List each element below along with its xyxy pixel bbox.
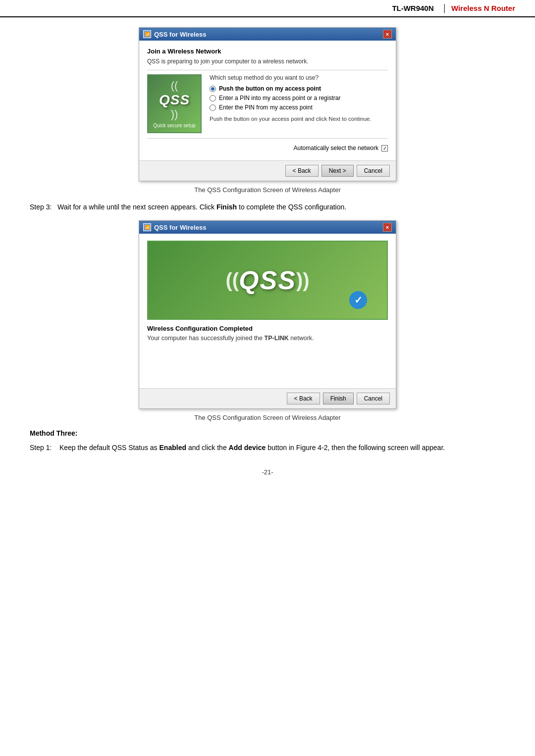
dialog2-back-button[interactable]: < Back: [287, 393, 320, 404]
caption2: The QSS Configuration Screen of Wireless…: [30, 414, 505, 421]
model-name: TL-WR940N: [392, 4, 433, 12]
qss-checkmark-icon: ✓: [349, 291, 367, 309]
spacer: [147, 342, 388, 381]
qss-large-waves-left: ((: [225, 269, 239, 292]
dialog1-subtitle: Join a Wireless Network: [147, 48, 388, 55]
dialog2-title-text: QSS for Wireless: [154, 224, 206, 231]
caption1: The QSS Configuration Screen of Wireless…: [30, 186, 505, 194]
dialog2: 📶 QSS for Wireless × (( QSS )) ✓ Wireles…: [139, 220, 396, 409]
auto-select-row: Automatically select the network: [147, 143, 388, 153]
radio-option-1[interactable]: Push the button on my access point: [210, 85, 388, 92]
completion-desc2: network.: [290, 335, 314, 342]
qss-waves-right-icon: )): [171, 108, 178, 121]
dialog1-wrapper: 📶 QSS for Wireless × Join a Wireless Net…: [30, 27, 505, 181]
radio-button-2[interactable]: [210, 95, 216, 101]
dialog1-separator: [147, 70, 388, 70]
qss-logo-text: QSS: [159, 92, 190, 108]
dialog2-cancel-button[interactable]: Cancel: [357, 393, 390, 404]
dialog1-titlebar: 📶 QSS for Wireless ×: [139, 28, 396, 41]
step3-wait-text: Wait for a while until the next screen a…: [57, 203, 214, 211]
setup-options: Which setup method do you want to use? P…: [210, 74, 388, 123]
dialog1-description: QSS is preparing to join your computer t…: [147, 58, 388, 65]
page-title: Wireless N Router: [451, 4, 515, 12]
dialog1-separator2: [147, 138, 388, 139]
radio-label-1: Push the button on my access point: [219, 85, 321, 92]
dialog2-title-icon: 📶: [143, 223, 151, 231]
page-header: TL-WR940N │ Wireless N Router: [0, 0, 535, 17]
radio-label-3: Enter the PIN from my access point: [219, 104, 313, 111]
radio-button-1[interactable]: [210, 86, 216, 92]
step1-text3: button in Figure 4-2, then the following…: [268, 444, 445, 452]
qss-large-logo-text: QSS: [239, 265, 296, 295]
setup-question: Which setup method do you want to use?: [210, 74, 388, 81]
dialog2-footer: < Back Finish Cancel: [139, 388, 396, 408]
step3-text2: to complete the QSS configuration.: [239, 203, 346, 211]
step1-enabled: Enabled: [160, 444, 186, 452]
step1-text: Step 1: Keep the default QSS Status as E…: [30, 442, 505, 453]
push-note: Push the button on your access point and…: [210, 115, 388, 123]
auto-select-checkbox[interactable]: [381, 145, 388, 151]
dialog1: 📶 QSS for Wireless × Join a Wireless Net…: [139, 27, 396, 181]
dialog1-title-icon: 📶: [143, 30, 151, 38]
radio-button-3[interactable]: [210, 104, 216, 111]
dialog2-titlebar: 📶 QSS for Wireless ×: [139, 221, 396, 234]
step1-num: Step 1:: [30, 444, 57, 452]
qss-caption: Quick secure setup: [153, 123, 196, 128]
completion-brand: TP-LINK: [265, 335, 289, 342]
dialog2-body: (( QSS )) ✓ Wireless Configuration Compl…: [139, 234, 396, 388]
dialog1-back-button[interactable]: < Back: [285, 165, 319, 177]
method-three-heading: Method Three:: [30, 429, 505, 437]
page-number: -21-: [30, 468, 505, 486]
page-content: 📶 QSS for Wireless × Join a Wireless Net…: [0, 27, 535, 486]
dialog1-cancel-button[interactable]: Cancel: [357, 165, 390, 177]
auto-select-label: Automatically select the network: [294, 145, 378, 151]
dialog1-title-text: QSS for Wireless: [154, 31, 206, 38]
step3-finish-word: Finish: [216, 203, 237, 211]
step3-text: Step 3: Wait for a while until the next …: [30, 202, 505, 212]
completion-desc1: Your computer has successfully joined th…: [147, 335, 263, 342]
step1-text2: and click the: [188, 444, 227, 452]
step3-num: Step 3:: [30, 203, 55, 211]
qss-waves-icon: ((: [171, 79, 178, 92]
radio-option-3[interactable]: Enter the PIN from my access point: [210, 104, 388, 111]
qss-logo-large-box: (( QSS )) ✓: [147, 241, 388, 320]
dialog2-finish-button[interactable]: Finish: [323, 393, 354, 404]
dialog2-wrapper: 📶 QSS for Wireless × (( QSS )) ✓ Wireles…: [30, 220, 505, 409]
step1-add: Add device: [229, 444, 266, 452]
dialog2-close-button[interactable]: ×: [383, 223, 392, 232]
dialog1-next-button[interactable]: Next >: [321, 165, 354, 177]
dialog1-body: Join a Wireless Network QSS is preparing…: [139, 41, 396, 160]
dialog1-footer: < Back Next > Cancel: [139, 160, 396, 181]
qss-large-waves-right: )): [296, 269, 310, 292]
dialog1-content-row: (( QSS )) Quick secure setup Which setup…: [147, 74, 388, 133]
completion-desc: Your computer has successfully joined th…: [147, 335, 388, 342]
completion-title: Wireless Configuration Completed: [147, 325, 388, 332]
radio-label-2: Enter a PIN into my access point or a re…: [219, 95, 340, 101]
radio-option-2[interactable]: Enter a PIN into my access point or a re…: [210, 95, 388, 101]
qss-logo-box: (( QSS )) Quick secure setup: [147, 74, 202, 133]
step1-text1: Keep the default QSS Status as: [59, 444, 158, 452]
dialog1-close-button[interactable]: ×: [383, 30, 392, 39]
